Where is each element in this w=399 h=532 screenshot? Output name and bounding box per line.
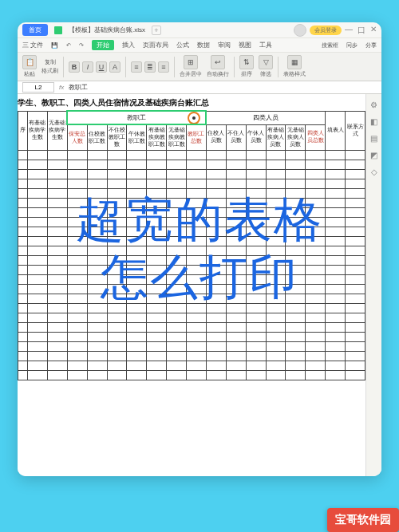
add-tab-button[interactable]: + bbox=[152, 26, 161, 35]
sidebar-icon[interactable]: ⚙ bbox=[370, 100, 377, 109]
sheet-title: 学生、教职工、四类人员住宿情况及基础疾病台账汇总 bbox=[18, 94, 365, 110]
toolbar: 📋粘贴 复制格式刷 B I U A ≡ ≣ ≡ ⊞合并居中 ↩自动换行 ⇅排序 … bbox=[18, 53, 381, 81]
col-h4: 住校教职工数 bbox=[87, 124, 107, 151]
col-h1: 有基础疾病学生数 bbox=[28, 111, 48, 151]
tab-data[interactable]: 数据 bbox=[197, 41, 210, 49]
col-h13: 有基础疾病人员数 bbox=[266, 124, 286, 151]
share-button[interactable]: 分享 bbox=[365, 41, 377, 49]
col-h6: 午休教职工数 bbox=[127, 124, 147, 151]
italic-button[interactable]: I bbox=[82, 61, 93, 73]
paste-icon[interactable]: 📋 bbox=[22, 55, 37, 69]
filter-icon[interactable]: ▽ bbox=[259, 55, 273, 69]
table-body[interactable] bbox=[18, 151, 365, 380]
tab-review[interactable]: 审阅 bbox=[218, 41, 231, 49]
spreadsheet-grid[interactable]: 学生、教职工、四类人员住宿情况及基础疾病台账汇总 序 有基础疾病学生数 无基础疾… bbox=[18, 94, 365, 476]
col-h7: 有基础疾病教职工数 bbox=[147, 124, 167, 151]
col-h15: 四类人员总数 bbox=[306, 124, 326, 151]
align-right-icon[interactable]: ≡ bbox=[158, 61, 169, 73]
sort-icon[interactable]: ⇅ bbox=[239, 55, 254, 69]
formula-bar: L2 fx 教职工 bbox=[18, 81, 381, 94]
search-box[interactable]: 搜索框 bbox=[322, 41, 338, 49]
fx-icon[interactable]: fx bbox=[59, 84, 64, 91]
sidebar-icon[interactable]: ◇ bbox=[371, 167, 377, 176]
table-style-label: 表格样式 bbox=[283, 70, 306, 78]
sidebar-icon[interactable]: ◧ bbox=[370, 117, 377, 126]
bold-button[interactable]: B bbox=[69, 61, 80, 73]
font-color-button[interactable]: A bbox=[109, 61, 120, 73]
sheet-icon bbox=[54, 26, 62, 34]
tab-formula[interactable]: 公式 bbox=[176, 41, 189, 49]
group-header-2: 四类人员 bbox=[206, 111, 325, 124]
col-h10: 住校人员数 bbox=[206, 124, 226, 151]
cell-reference[interactable]: L2 bbox=[22, 82, 54, 93]
paste-label: 粘贴 bbox=[24, 70, 35, 78]
avatar[interactable] bbox=[294, 24, 306, 37]
wrap-label: 自动换行 bbox=[207, 70, 229, 78]
sidebar-icon[interactable]: ▤ bbox=[370, 134, 377, 143]
tab-tools[interactable]: 工具 bbox=[259, 41, 272, 49]
sidebar-icon[interactable]: ◩ bbox=[370, 151, 377, 160]
col-seq: 序 bbox=[18, 111, 28, 151]
col-h14: 无基础疾病人员数 bbox=[286, 124, 306, 151]
sync-button[interactable]: 同步 bbox=[346, 41, 358, 49]
sort-label: 排序 bbox=[241, 70, 252, 78]
wrap-icon[interactable]: ↩ bbox=[211, 55, 225, 69]
format-label[interactable]: 格式刷 bbox=[41, 67, 58, 75]
align-center-icon[interactable]: ≣ bbox=[144, 61, 156, 73]
col-h9: 教职工总数 bbox=[187, 124, 207, 151]
close-icon[interactable]: ✕ bbox=[370, 25, 377, 36]
titlebar: 首页 【模板】基础疾病台账.xlsx + 会员登录 — 口 ✕ bbox=[18, 22, 381, 38]
merge-icon[interactable]: ⊞ bbox=[184, 55, 198, 69]
align-left-icon[interactable]: ≡ bbox=[131, 61, 142, 73]
maximize-icon[interactable]: 口 bbox=[358, 25, 365, 36]
copy-label[interactable]: 复制 bbox=[45, 58, 56, 66]
filter-label: 筛选 bbox=[260, 70, 271, 78]
col-h3: 保安总人数 bbox=[67, 124, 87, 151]
tab-home[interactable]: 开始 bbox=[92, 40, 114, 50]
document-tab[interactable]: 【模板】基础疾病台账.xlsx bbox=[69, 26, 145, 34]
watermark: 宝哥软件园 bbox=[327, 508, 399, 532]
file-menu[interactable]: 三 文件 bbox=[22, 41, 43, 49]
col-h2: 无基础疾病学生数 bbox=[47, 111, 67, 151]
col-h11: 不住人员数 bbox=[226, 124, 246, 151]
minimize-icon[interactable]: — bbox=[345, 25, 353, 36]
home-button[interactable]: 首页 bbox=[22, 24, 48, 36]
merge-label: 合并居中 bbox=[180, 70, 202, 78]
table-style-icon[interactable]: ▦ bbox=[287, 55, 302, 69]
save-icon[interactable]: 💾 bbox=[51, 42, 58, 49]
redo-icon[interactable]: ↷ bbox=[79, 42, 84, 49]
col-contact: 联系方式 bbox=[346, 111, 365, 151]
col-h5: 不住校教职工数 bbox=[107, 124, 127, 151]
cursor-indicator bbox=[188, 112, 200, 124]
tab-layout[interactable]: 页面布局 bbox=[143, 41, 168, 49]
col-h8: 无基础疾病教职工数 bbox=[167, 124, 187, 151]
group-header-1[interactable]: 教职工 bbox=[67, 111, 206, 124]
col-filler: 填表人 bbox=[326, 111, 346, 151]
tab-view[interactable]: 视图 bbox=[239, 41, 251, 49]
undo-icon[interactable]: ↶ bbox=[66, 42, 71, 49]
ribbon-menu: 三 文件 💾 ↶ ↷ 开始 插入 页面布局 公式 数据 审阅 视图 工具 搜索框… bbox=[18, 38, 381, 53]
underline-button[interactable]: U bbox=[96, 61, 107, 73]
tab-insert[interactable]: 插入 bbox=[122, 41, 135, 49]
col-h12: 午休人员数 bbox=[246, 124, 266, 151]
vip-badge[interactable]: 会员登录 bbox=[310, 26, 342, 35]
formula-value[interactable]: 教职工 bbox=[69, 83, 88, 92]
right-sidebar: ⚙ ◧ ▤ ◩ ◇ bbox=[365, 94, 381, 476]
